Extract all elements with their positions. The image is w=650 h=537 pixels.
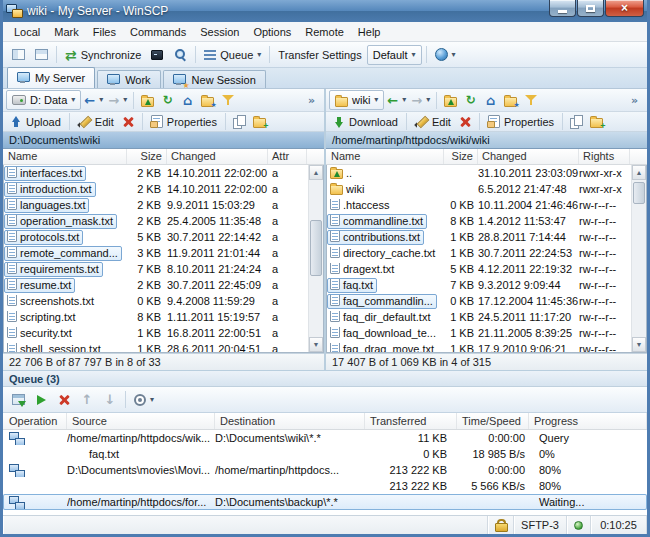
local-delete-button[interactable] (119, 113, 138, 131)
layout-horizontal-button[interactable] (30, 44, 52, 66)
menu-item-commands[interactable]: Commands (123, 24, 193, 40)
local-bookmarks-button[interactable]: ★ (198, 91, 217, 110)
file-row[interactable]: faq.txt 7 KB 9.3.2012 9:09:44 rw-r--r-- (327, 277, 631, 293)
remote-filter-button[interactable] (521, 91, 540, 110)
local-forward-button[interactable]: →▾ (106, 91, 129, 110)
queue-delete-button[interactable] (53, 389, 75, 411)
file-row[interactable]: resume.txt 2 KB 30.7.2011 22:45:09 a (4, 277, 308, 293)
queue-row[interactable]: /home/martinp/httpdocs/for... D:\Documen… (3, 494, 647, 510)
minimize-button[interactable] (549, 0, 576, 17)
tab-new-session[interactable]: ★ New Session (163, 70, 266, 88)
security-cell[interactable] (488, 516, 514, 534)
column-header-attr[interactable]: Attr (268, 149, 307, 164)
queue-row[interactable]: 213 222 KB 5 566 KB/s 80% (3, 478, 647, 494)
file-row[interactable]: faq_download_te... 1 KB 21.11.2005 8:39:… (327, 325, 631, 341)
queue-show-button[interactable] (7, 389, 29, 411)
remote-scrollbar[interactable]: ▲ ▼ (631, 165, 646, 352)
file-row[interactable]: directory_cache.txt 1 KB 30.7.2011 22:24… (327, 245, 631, 261)
remote-back-button[interactable]: ←▾ (385, 91, 408, 110)
menu-item-local[interactable]: Local (7, 24, 47, 40)
queue-move-up-button[interactable]: ↑ (76, 389, 98, 411)
queue-menu-button[interactable]: Queue ▾ (200, 44, 265, 66)
scrollbar-thumb[interactable] (310, 220, 322, 276)
local-toolbar-overflow[interactable]: » (302, 91, 321, 110)
scrollbar-thumb[interactable] (633, 182, 645, 204)
menu-item-options[interactable]: Options (246, 24, 298, 40)
file-row[interactable]: .htaccess 0 KB 10.11.2004 21:46:46 rw-r-… (327, 197, 631, 213)
protocol-indicator[interactable]: SFTP-3 (514, 516, 567, 534)
file-row[interactable]: wiki 6.5.2012 21:47:48 rwxr-xr-x (327, 181, 631, 197)
remote-parent-directory-button[interactable] (441, 91, 460, 110)
column-header-name[interactable]: Name (4, 149, 127, 164)
local-back-button[interactable]: ←▾ (82, 91, 105, 110)
file-row[interactable]: security.txt 1 KB 16.8.2011 22:00:51 a (4, 325, 308, 341)
file-row[interactable]: contributions.txt 1 KB 28.8.2011 7:14:44… (327, 229, 631, 245)
column-header-time-speed[interactable]: Time/Speed (457, 413, 529, 429)
file-row[interactable]: scripting.txt 8 KB 1.11.2011 15:19:57 a (4, 309, 308, 325)
file-row[interactable]: commandline.txt 8 KB 1.4.2012 11:53:47 r… (327, 213, 631, 229)
synchronize-button[interactable]: ⇄ Synchronize (61, 44, 145, 66)
close-button[interactable]: × (605, 0, 644, 17)
file-row[interactable]: faq_commandlin... 0 KB 17.12.2004 11:45:… (327, 293, 631, 309)
maximize-button[interactable] (577, 0, 604, 17)
transfer-settings-combo[interactable]: Default ▾ (367, 45, 422, 65)
column-header-size[interactable]: Size (444, 149, 478, 164)
local-filter-button[interactable] (218, 91, 237, 110)
queue-row[interactable]: D:\Documents\movies\Movi... /home/martin… (3, 462, 647, 478)
column-header-changed[interactable]: Changed (167, 149, 268, 164)
file-row[interactable]: .. 31.10.2011 23:03:09 rwxr-xr-x (327, 165, 631, 181)
remote-toolbar-overflow[interactable]: » (625, 91, 644, 110)
scroll-up-icon[interactable]: ▲ (632, 165, 646, 180)
file-row[interactable]: faq_drag_move.txt 1 KB 17.9.2010 9:06:21… (327, 341, 631, 352)
column-header-name[interactable]: Name (327, 149, 444, 164)
column-header-transferred[interactable]: Transferred (365, 413, 457, 429)
scroll-down-icon[interactable]: ▼ (309, 337, 323, 352)
local-properties-button[interactable]: Properties (147, 113, 221, 131)
local-copy-button[interactable] (230, 112, 249, 131)
title-bar[interactable]: wiki - My Server - WinSCP × (3, 0, 647, 22)
local-parent-directory-button[interactable] (138, 91, 157, 110)
remote-forward-button[interactable]: →▾ (409, 91, 432, 110)
menu-item-session[interactable]: Session (193, 24, 246, 40)
file-row[interactable]: interfaces.txt 2 KB 14.10.2011 22:02:00 … (4, 165, 308, 181)
remote-properties-button[interactable]: Properties (484, 113, 558, 131)
scroll-up-icon[interactable]: ▲ (309, 165, 323, 180)
layout-panes-button[interactable] (7, 44, 29, 66)
column-header-rights[interactable]: Rights (579, 149, 630, 164)
menu-item-remote[interactable]: Remote (298, 24, 351, 40)
console-button[interactable] (146, 44, 168, 66)
queue-row[interactable]: /home/martinp/httpdocs/wik... D:\Documen… (3, 430, 647, 446)
local-edit-button[interactable]: Edit (74, 113, 118, 131)
queue-panel-header[interactable]: Queue (3) (3, 370, 647, 387)
queue-resume-button[interactable] (30, 389, 52, 411)
find-files-button[interactable] (169, 44, 191, 66)
column-header-destination[interactable]: Destination (215, 413, 365, 429)
download-button[interactable]: Download (329, 113, 402, 131)
file-row[interactable]: introduction.txt 2 KB 14.10.2011 22:02:0… (4, 181, 308, 197)
queue-row[interactable]: faq.txt 0 KB 18 985 B/s 0% (3, 446, 647, 462)
file-row[interactable]: protocols.txt 5 KB 30.7.2011 22:14:42 a (4, 229, 308, 245)
queue-move-down-button[interactable]: ↓ (99, 389, 121, 411)
scroll-down-icon[interactable]: ▼ (632, 337, 646, 352)
tab-my-server[interactable]: My Server (7, 67, 95, 88)
remote-bookmarks-button[interactable]: ★ (501, 91, 520, 110)
file-row[interactable]: requirements.txt 7 KB 8.10.2011 21:24:24… (4, 261, 308, 277)
file-row[interactable]: shell_session.txt 1 KB 28.6.2011 20:04:5… (4, 341, 308, 352)
remote-copy-button[interactable] (567, 112, 586, 131)
file-row[interactable]: dragext.txt 5 KB 4.12.2011 22:19:32 rw-r… (327, 261, 631, 277)
remote-new-folder-button[interactable]: + (587, 112, 606, 131)
local-drive-combo[interactable]: D: Data ▾ (6, 90, 81, 110)
remote-home-button[interactable]: ⌂ (481, 91, 500, 110)
remote-edit-button[interactable]: Edit (411, 113, 455, 131)
column-header-size[interactable]: Size (127, 149, 167, 164)
file-row[interactable]: operation_mask.txt 2 KB 25.4.2005 11:35:… (4, 213, 308, 229)
file-row[interactable]: remote_command... 3 KB 11.9.2011 21:01:4… (4, 245, 308, 261)
transfer-options-button[interactable]: ▾ (431, 44, 460, 66)
transfer-settings-label[interactable]: Transfer Settings (274, 49, 365, 61)
tab-work[interactable]: Work (97, 70, 160, 88)
column-header-operation[interactable]: Operation (3, 413, 67, 429)
menu-item-files[interactable]: Files (86, 24, 123, 40)
column-header-progress[interactable]: Progress (529, 413, 647, 429)
local-new-folder-button[interactable]: + (250, 112, 269, 131)
remote-refresh-button[interactable]: ↻ (461, 91, 480, 110)
